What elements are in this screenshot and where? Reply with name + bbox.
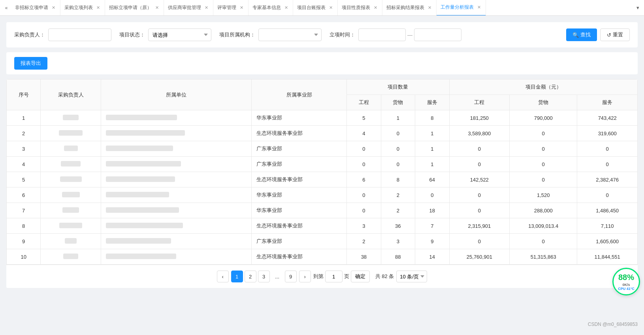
table-row: 5 生态环境服务事业部 6 8 64 142,522 0 2,382,476 <box>7 172 638 187</box>
filter-actions: 🔍 查找 ↺ 重置 <box>566 28 630 41</box>
tab-item-5[interactable]: 专家基本信息✕ <box>249 0 293 16</box>
cell-dept: 广东事业部 <box>252 157 347 172</box>
cell-qty-service: 1 <box>415 141 449 157</box>
tab-close-3[interactable]: ✕ <box>203 5 209 11</box>
cell-qty-service: 1 <box>415 126 449 141</box>
th-dept: 所属事业部 <box>252 79 347 110</box>
tab-item-8[interactable]: 招标采购结果报表✕ <box>382 0 437 16</box>
page-btn-1[interactable]: 2 <box>245 271 256 282</box>
cell-dept: 生态环境服务事业部 <box>252 249 347 265</box>
cell-qty-eng: 0 <box>347 187 381 203</box>
cell-qty-eng: 2 <box>347 234 381 249</box>
tab-label: 项目台账报表 <box>297 4 326 11</box>
th-amount-group: 项目金额（元） <box>449 79 637 95</box>
cpu-badge: 88% 0K/s CPU 41°C <box>612 268 640 295</box>
tab-item-0[interactable]: 非招标立项申请✕ <box>11 0 60 16</box>
goto-input[interactable] <box>325 271 343 282</box>
reset-button[interactable]: ↺ 重置 <box>600 28 630 41</box>
page-confirm-btn[interactable]: 确定 <box>351 271 370 282</box>
tab-close-4[interactable]: ✕ <box>239 5 244 11</box>
org-select[interactable] <box>258 28 322 41</box>
filter-person: 采购负责人： <box>14 28 111 41</box>
person-input[interactable] <box>48 28 111 41</box>
cpu-percent: 88% <box>618 273 634 282</box>
tab-label: 供应商审批管理 <box>168 4 201 11</box>
date-end-input[interactable] <box>414 28 461 41</box>
cell-qty-goods: 2 <box>381 187 415 203</box>
th-qty-service: 服务 <box>415 95 449 110</box>
table-wrap: 序号 采购负责人 所属单位 所属事业部 项目数量 项目金额（元） 工程 货物 服… <box>6 79 638 288</box>
tab-item-9[interactable]: 工作量分析报表✕ <box>437 0 486 16</box>
search-button[interactable]: 🔍 查找 <box>566 28 597 41</box>
cell-qty-service: 0 <box>415 187 449 203</box>
cell-unit <box>101 249 252 265</box>
cell-person <box>41 126 101 141</box>
cell-amount-eng: 142,522 <box>449 172 510 187</box>
cell-amount-goods: 0 <box>510 126 577 141</box>
cell-person <box>41 249 101 265</box>
export-button[interactable]: 报表导出 <box>14 57 47 70</box>
tab-item-2[interactable]: 招标立项申请（原）✕ <box>105 0 164 16</box>
th-person: 采购负责人 <box>41 79 101 110</box>
cell-amount-eng: 25,760,901 <box>449 249 510 265</box>
cell-qty-eng: 0 <box>347 141 381 157</box>
page-prev-btn[interactable]: ‹ <box>217 271 229 282</box>
status-select[interactable]: 请选择 <box>148 28 211 41</box>
cell-amount-service: 0 <box>577 157 638 172</box>
page-size-select[interactable]: 10 条/页 <box>396 271 427 282</box>
tab-item-1[interactable]: 采购立项列表✕ <box>60 0 105 16</box>
tab-nav-left[interactable]: « <box>2 0 11 16</box>
tab-more-btn[interactable]: ▾ <box>633 0 642 16</box>
data-table: 序号 采购负责人 所属单位 所属事业部 项目数量 项目金额（元） 工程 货物 服… <box>6 79 638 265</box>
cell-person <box>41 203 101 218</box>
cell-amount-eng: 0 <box>449 203 510 218</box>
cell-qty-service: 1 <box>415 157 449 172</box>
tab-close-1[interactable]: ✕ <box>95 5 101 11</box>
tab-item-3[interactable]: 供应商审批管理✕ <box>164 0 213 16</box>
th-qty-eng: 工程 <box>347 95 381 110</box>
tab-label: 专家基本信息 <box>252 4 281 11</box>
table-row: 1 华东事业部 5 1 8 181,250 790,000 743,422 <box>7 110 638 126</box>
tab-close-8[interactable]: ✕ <box>427 5 432 11</box>
table-row: 9 广东事业部 2 3 9 0 0 1,605,600 <box>7 234 638 249</box>
page-btn-2[interactable]: 3 <box>258 271 270 282</box>
reset-label: 重置 <box>613 31 623 38</box>
th-amount-eng: 工程 <box>449 95 510 110</box>
th-qty-group: 项目数量 <box>347 79 449 95</box>
cell-amount-goods: 288,000 <box>510 203 577 218</box>
tab-close-6[interactable]: ✕ <box>328 5 333 11</box>
total-label: 共 82 条 <box>375 273 394 280</box>
cell-person <box>41 157 101 172</box>
cell-unit <box>101 218 252 234</box>
tab-close-7[interactable]: ✕ <box>373 5 378 11</box>
cell-dept: 华东事业部 <box>252 187 347 203</box>
th-no: 序号 <box>7 79 41 110</box>
th-qty-goods: 货物 <box>381 95 415 110</box>
table-row: 3 广东事业部 0 0 1 0 0 0 <box>7 141 638 157</box>
page-btn-4[interactable]: 9 <box>285 271 297 282</box>
tab-item-4[interactable]: 评审管理✕ <box>213 0 249 16</box>
page-next-btn[interactable]: › <box>299 271 311 282</box>
tab-close-2[interactable]: ✕ <box>154 5 160 11</box>
tab-label: 项目性质报表 <box>342 4 370 11</box>
date-start-input[interactable] <box>358 28 406 41</box>
cell-person <box>41 141 101 157</box>
cell-dept: 广东事业部 <box>252 141 347 157</box>
cell-dept: 生态环境服务事业部 <box>252 218 347 234</box>
cell-qty-service: 8 <box>415 110 449 126</box>
date-separator: — <box>407 32 412 38</box>
date-label: 立项时间： <box>330 31 355 38</box>
cell-no: 5 <box>7 172 41 187</box>
cell-qty-eng: 5 <box>347 110 381 126</box>
cell-amount-eng: 0 <box>449 157 510 172</box>
page-btn-3[interactable]: ... <box>271 271 283 282</box>
tab-close-9[interactable]: ✕ <box>476 5 482 10</box>
tab-close-0[interactable]: ✕ <box>51 5 56 11</box>
tab-item-6[interactable]: 项目台账报表✕ <box>293 0 338 16</box>
cell-person <box>41 187 101 203</box>
cell-unit <box>101 126 252 141</box>
tab-item-7[interactable]: 项目性质报表✕ <box>338 0 382 16</box>
page-btn-0[interactable]: 1 <box>231 271 243 282</box>
tab-close-5[interactable]: ✕ <box>283 5 289 11</box>
table-row: 7 华东事业部 0 2 18 0 288,000 1,486,450 <box>7 203 638 218</box>
